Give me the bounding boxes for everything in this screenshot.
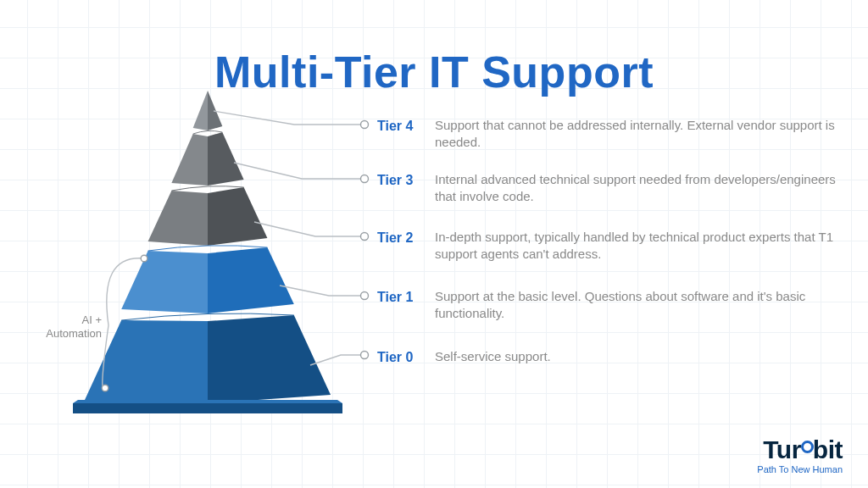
svg-marker-0 <box>208 91 222 130</box>
svg-marker-5 <box>148 191 208 246</box>
tier-row-0: Tier 0 Self-service support. <box>377 348 848 367</box>
brand-logo-dot-icon <box>801 441 814 453</box>
svg-rect-10 <box>73 403 342 413</box>
brand-logo: Turbit <box>757 437 843 463</box>
pyramid-slice-tier3 <box>171 130 243 186</box>
tier-desc: Internal advanced technical support need… <box>435 171 848 206</box>
tier-desc: Self-service support. <box>435 348 551 365</box>
ai-label-line2: Automation <box>46 327 102 340</box>
svg-marker-3 <box>171 134 208 186</box>
ai-label-line1: AI + <box>82 313 103 326</box>
brand-tagline: Path To New Human <box>757 464 843 474</box>
tier-row-2: Tier 2 In-depth support, typically handl… <box>377 229 848 263</box>
svg-point-14 <box>361 233 369 241</box>
svg-marker-6 <box>208 247 294 313</box>
svg-point-15 <box>361 292 369 300</box>
svg-point-16 <box>361 352 369 359</box>
pyramid-base-plate <box>73 400 342 413</box>
pyramid-slice-tier4 <box>193 91 223 130</box>
svg-point-18 <box>102 385 108 391</box>
pyramid-slice-tier1 <box>121 246 294 313</box>
svg-marker-8 <box>208 315 331 403</box>
tier-label: Tier 3 <box>377 171 423 190</box>
brand-block: Turbit Path To New Human <box>757 437 843 474</box>
pyramid-slice-tier2 <box>148 186 268 246</box>
svg-marker-4 <box>208 187 267 246</box>
pyramid-slice-tier0 <box>85 313 331 403</box>
svg-marker-2 <box>208 132 244 186</box>
ai-automation-label: AI + Automation <box>34 313 102 340</box>
tier-label: Tier 4 <box>377 117 423 136</box>
svg-point-13 <box>361 175 369 183</box>
svg-marker-1 <box>193 91 208 130</box>
tier-label: Tier 0 <box>377 348 423 367</box>
tier-row-4: Tier 4 Support that cannot be addressed … <box>377 117 848 152</box>
tier-desc: Support that cannot be addressed interna… <box>435 117 848 152</box>
tier-row-1: Tier 1 Support at the basic level. Quest… <box>377 288 848 323</box>
tier-label: Tier 2 <box>377 229 423 247</box>
tier-row-3: Tier 3 Internal advanced technical suppo… <box>377 171 848 206</box>
svg-marker-7 <box>121 251 208 313</box>
tier-label: Tier 1 <box>377 288 423 307</box>
svg-point-12 <box>361 121 369 129</box>
svg-point-17 <box>141 255 147 262</box>
tier-desc: In-depth support, typically handled by t… <box>435 229 848 263</box>
svg-marker-11 <box>73 400 342 403</box>
tier-desc: Support at the basic level. Questions ab… <box>435 288 848 323</box>
